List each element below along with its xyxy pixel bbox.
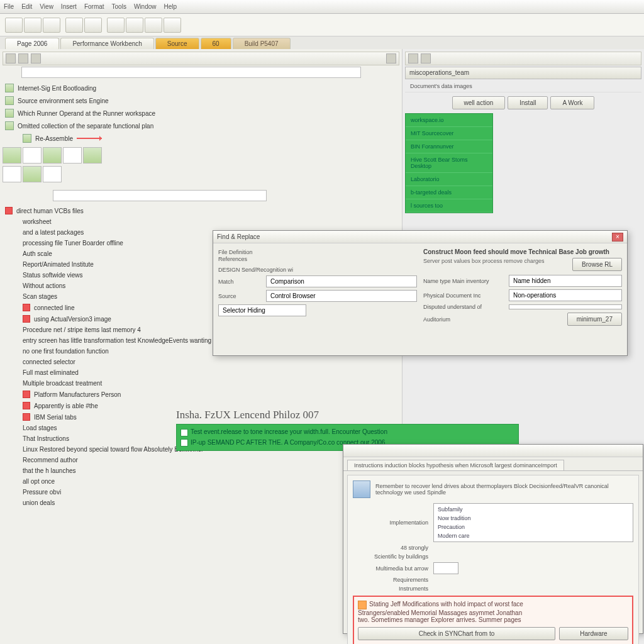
hardware-button[interactable]: Hardware bbox=[559, 627, 628, 640]
outline-item[interactable]: Platform Manufacturers Person bbox=[5, 389, 399, 400]
toolbar-ribbon bbox=[0, 14, 644, 36]
text-field[interactable]: Selector Hiding bbox=[218, 304, 306, 316]
field-label: Physical Document Inc bbox=[423, 292, 505, 299]
search-input[interactable] bbox=[21, 67, 361, 78]
tab-60[interactable]: 60 bbox=[201, 38, 231, 49]
thumb-cell[interactable] bbox=[23, 166, 42, 182]
field-label: Instruments bbox=[353, 586, 428, 592]
field-label: DESIGN Send/Recognition wi bbox=[218, 267, 293, 273]
text-field[interactable]: Name hidden bbox=[509, 275, 622, 287]
menu-insert[interactable]: Insert bbox=[61, 3, 77, 10]
filter-input[interactable] bbox=[53, 190, 267, 201]
tab-source[interactable]: Source bbox=[155, 38, 199, 49]
menu-window[interactable]: Window bbox=[134, 3, 157, 10]
outline-item[interactable]: that the h launches bbox=[5, 465, 399, 476]
status-item[interactable]: Laboratorio bbox=[406, 173, 492, 186]
outline-item[interactable]: direct human VCBs files bbox=[5, 205, 399, 216]
status-item[interactable]: Hive Scott Bear Stoms Desktop bbox=[406, 153, 492, 173]
field-label: Scientific by buildings bbox=[353, 553, 428, 560]
field-label: Disputed understand of bbox=[423, 304, 505, 310]
calendar-icon[interactable] bbox=[386, 53, 396, 64]
menu-view[interactable]: View bbox=[40, 3, 53, 10]
text-field[interactable]: Control Browser bbox=[266, 290, 417, 302]
menu-help[interactable]: Help bbox=[164, 3, 177, 10]
tool-icon[interactable] bbox=[164, 18, 181, 33]
thumb-cell[interactable] bbox=[23, 147, 42, 164]
thumbnail-grid bbox=[3, 147, 399, 164]
node-icon bbox=[23, 134, 31, 143]
tab-page[interactable]: Page 2006 bbox=[5, 38, 59, 49]
check-button[interactable]: Check in SYNChart from to bbox=[358, 627, 555, 640]
tool-icon[interactable] bbox=[126, 18, 143, 33]
tool-icon[interactable] bbox=[6, 53, 16, 64]
tree-item[interactable]: Omitted collection of the separate funct… bbox=[5, 119, 399, 132]
status-item[interactable]: b-targeted deals bbox=[406, 186, 492, 199]
thumb-cell[interactable] bbox=[63, 147, 82, 164]
action-button[interactable]: well action bbox=[452, 96, 506, 109]
menu-edit[interactable]: Edit bbox=[21, 3, 32, 10]
options-list[interactable]: SubfamilyNow traditionPrecautionModern c… bbox=[433, 503, 633, 542]
text-field[interactable]: Non-operations bbox=[509, 289, 622, 301]
tool-icon[interactable] bbox=[107, 18, 125, 33]
text-input[interactable] bbox=[433, 562, 458, 574]
thumb-cell[interactable] bbox=[43, 166, 62, 182]
tree-item[interactable]: Internet-Sig Ent Bootloading bbox=[5, 82, 399, 94]
field-label: Multimedia but arrow bbox=[353, 565, 428, 572]
field-label: Implementation bbox=[353, 519, 428, 526]
field-label: References bbox=[218, 256, 247, 262]
outline-item[interactable]: union deals bbox=[5, 497, 399, 508]
error-icon bbox=[23, 402, 30, 409]
outline-item[interactable]: Multiple broadcast treatment bbox=[5, 378, 399, 389]
text-field[interactable] bbox=[509, 304, 622, 309]
tool-icon[interactable] bbox=[31, 53, 41, 64]
dialog-titlebar[interactable]: Find & Replace× bbox=[213, 231, 627, 243]
thumb-cell[interactable] bbox=[83, 147, 102, 164]
tab-build[interactable]: Build P5407 bbox=[233, 38, 291, 49]
status-item[interactable]: BIN Forannunver bbox=[406, 140, 492, 153]
field-label: 48 strongly bbox=[353, 545, 428, 551]
status-item[interactable]: l sources too bbox=[406, 199, 492, 213]
outline-item[interactable]: connected selector bbox=[5, 357, 399, 367]
tool-icon[interactable] bbox=[145, 18, 162, 33]
thumb-cell[interactable] bbox=[3, 166, 21, 182]
outline-item[interactable]: Recommend author bbox=[5, 455, 399, 465]
outline-item[interactable]: Pressure obvi bbox=[5, 487, 399, 497]
tool-icon[interactable] bbox=[18, 53, 28, 64]
tool-icon[interactable] bbox=[84, 18, 102, 33]
close-icon[interactable]: × bbox=[612, 233, 623, 242]
tab-workbench[interactable]: Performance Workbench bbox=[60, 38, 153, 49]
dialog-titlebar[interactable] bbox=[343, 445, 643, 457]
work-button[interactable]: A Work bbox=[550, 96, 594, 109]
panel-toolbar bbox=[405, 52, 641, 65]
text-field[interactable]: Comparison bbox=[266, 275, 417, 287]
tree-item[interactable]: Which Runner Operand at the Runner works… bbox=[5, 107, 399, 119]
tool-icon[interactable] bbox=[408, 53, 418, 64]
status-item[interactable]: MIT Sourcecover bbox=[406, 127, 492, 140]
document-tabs: Page 2006 Performance Workbench Source 6… bbox=[0, 36, 644, 49]
browse-button[interactable]: Browse RL bbox=[572, 258, 622, 271]
panel-subheader: Document's data images bbox=[405, 80, 641, 92]
field-label: File Definition bbox=[218, 249, 253, 255]
section-desc: Server post values box process remove ch… bbox=[423, 258, 569, 271]
menu-file[interactable]: File bbox=[4, 3, 14, 10]
install-button[interactable]: Install bbox=[508, 96, 548, 109]
outline-item[interactable]: all opt once bbox=[5, 476, 399, 487]
status-item[interactable]: workspace.io bbox=[406, 114, 492, 127]
outline-item[interactable]: Full mast eliminated bbox=[5, 367, 399, 378]
dialog-tab[interactable]: Instructions induction blocks hypothesis… bbox=[347, 460, 564, 470]
menu-format[interactable]: Format bbox=[84, 3, 104, 10]
tool-icon[interactable] bbox=[421, 53, 431, 64]
tree-item[interactable]: Re-Assemble bbox=[5, 132, 399, 145]
tool-icon[interactable] bbox=[65, 18, 83, 33]
thumb-cell[interactable] bbox=[3, 147, 21, 164]
tool-icon[interactable] bbox=[24, 18, 42, 33]
warning-box: Stating Jeff Modifications with hold imp… bbox=[353, 596, 633, 644]
tool-icon[interactable] bbox=[43, 18, 60, 33]
tool-icon[interactable] bbox=[5, 18, 23, 33]
minimum-button[interactable]: minimum_27 bbox=[567, 313, 622, 326]
panel-toolbar bbox=[3, 52, 399, 65]
menu-tools[interactable]: Tools bbox=[112, 3, 126, 10]
outline-item[interactable]: worksheet bbox=[5, 216, 399, 227]
tree-item[interactable]: Source environment sets Engine bbox=[5, 94, 399, 107]
thumb-cell[interactable] bbox=[43, 147, 62, 164]
